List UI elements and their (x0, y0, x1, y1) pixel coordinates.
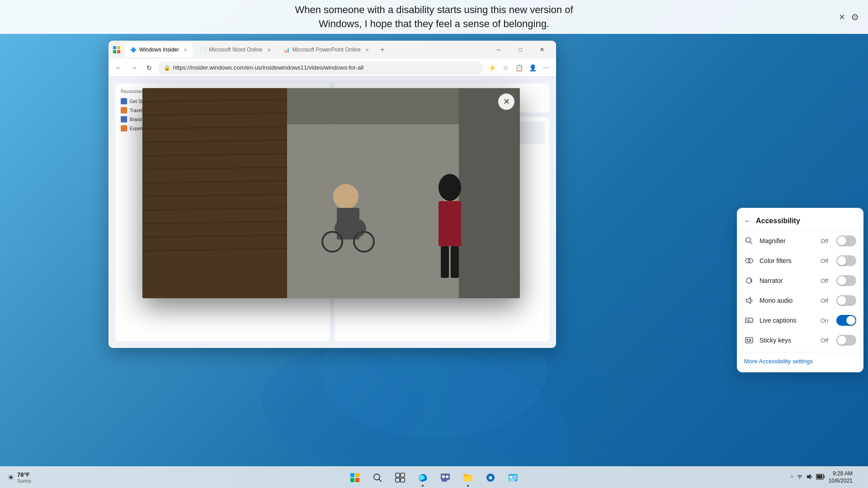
taskbar: ☀ 78°F Sunny (0, 466, 868, 488)
wifi-icon (796, 473, 803, 480)
weather-icon: ☀ (7, 473, 14, 483)
accessibility-panel: ← Accessibility Magnifier Off Color filt… (737, 208, 863, 372)
video-close-button[interactable]: ✕ (498, 94, 514, 110)
magnifier-status: Off (821, 238, 828, 244)
minimize-button[interactable]: ─ (488, 42, 509, 57)
svg-rect-71 (817, 475, 822, 479)
tab-powerpoint-online[interactable]: 📊 Microsoft PowerPoint Online ✕ (278, 42, 374, 57)
new-tab-button[interactable]: + (376, 43, 389, 56)
tab-windows-insider[interactable]: 🔷 Windows Insider ✕ (125, 42, 193, 57)
sticky-keys-status: Off (821, 337, 828, 344)
system-tray: ^ (791, 469, 861, 487)
svg-rect-11 (142, 88, 287, 298)
store-icon (485, 472, 496, 483)
sound-icon[interactable] (806, 473, 813, 482)
start-button[interactable] (345, 468, 365, 488)
close-button[interactable]: ✕ (532, 42, 552, 57)
notification-line1: When someone with a disability starts us… (295, 4, 573, 15)
accessibility-item-color-filters: Color filters Off (737, 251, 863, 271)
win-pane-3 (350, 478, 354, 482)
panel-title: Accessibility (756, 217, 800, 225)
video-player: ✕ (142, 88, 520, 298)
profile-icon[interactable]: 👤 (526, 61, 539, 74)
color-filters-toggle-thumb (837, 256, 846, 265)
tab-close-word-online[interactable]: ✕ (267, 47, 271, 52)
accessibility-item-mono-audio: Mono audio Off (737, 291, 863, 310)
color-filters-status: Off (821, 258, 828, 264)
mono-audio-toggle[interactable] (836, 295, 856, 306)
narrator-icon (744, 276, 754, 286)
magnifier-toggle[interactable] (836, 235, 856, 246)
svg-rect-63 (509, 476, 513, 478)
more-accessibility-settings-link[interactable]: More Accessibility settings (744, 358, 813, 365)
svg-rect-37 (451, 246, 459, 278)
svg-point-59 (442, 475, 445, 478)
battery-icon[interactable] (816, 473, 825, 482)
video-scene (142, 88, 520, 298)
speaker-icon (806, 473, 813, 480)
magnifier-icon (744, 236, 754, 246)
forward-button[interactable]: → (127, 61, 140, 74)
color-filters-label: Color filters (760, 257, 815, 264)
task-view-button[interactable] (390, 468, 410, 488)
search-button[interactable] (368, 468, 387, 488)
tab-close-powerpoint-online[interactable]: ✕ (365, 47, 369, 52)
svg-rect-7 (117, 50, 120, 53)
svg-point-52 (374, 474, 380, 480)
tab-label-powerpoint-online: Microsoft PowerPoint Online (292, 47, 361, 53)
tray-overflow-button[interactable]: ^ (791, 474, 793, 481)
active-indicator (467, 485, 469, 487)
browser-toolbar: ← → ↻ 🔒 https://insider.windows.com/en-u… (108, 59, 556, 77)
svg-rect-45 (745, 318, 753, 323)
address-bar[interactable]: 🔒 https://insider.windows.com/en-us/insi… (158, 61, 483, 74)
notification-settings-icon[interactable]: ⚙ (851, 12, 859, 23)
collections-icon[interactable]: 📋 (513, 61, 525, 74)
favorites-icon[interactable]: ☆ (499, 61, 512, 74)
chat-button[interactable] (435, 468, 455, 488)
live-captions-toggle-thumb (846, 316, 855, 325)
clock-display[interactable]: 9:28 AM 10/6/2021 (829, 470, 853, 484)
sticky-keys-label: Sticky keys (760, 337, 815, 344)
live-captions-label: Live captions (760, 317, 815, 324)
windows-logo (350, 473, 359, 482)
active-indicator (422, 485, 424, 487)
svg-rect-4 (113, 46, 116, 49)
magnifier-label: Magnifier (760, 237, 815, 244)
live-captions-status: On (821, 317, 828, 324)
notification-line2: Windows, I hope that they feel a sense o… (319, 18, 549, 29)
back-button[interactable]: ← (112, 61, 125, 74)
svg-rect-48 (745, 338, 753, 343)
news-icon (508, 472, 519, 483)
show-desktop-button[interactable] (858, 469, 861, 487)
magnifier-toggle-thumb (837, 236, 846, 245)
color-filters-icon (744, 256, 754, 266)
battery-status-icon (816, 473, 825, 480)
tab-close-windows-insider[interactable]: ✕ (184, 47, 187, 52)
color-filters-toggle[interactable] (836, 255, 856, 266)
file-explorer-button[interactable] (458, 468, 478, 488)
notification-close-button[interactable]: ✕ (839, 12, 845, 22)
panel-back-button[interactable]: ← (744, 217, 751, 225)
sticky-keys-icon (744, 335, 754, 345)
panel-footer: More Accessibility settings (737, 352, 863, 367)
sticky-keys-toggle[interactable] (836, 335, 856, 346)
tab-word-online[interactable]: 📄 Microsoft Word Online ✕ (194, 42, 276, 57)
live-captions-toggle[interactable] (836, 315, 856, 326)
weather-widget[interactable]: ☀ 78°F Sunny (7, 471, 31, 483)
menu-icon[interactable]: ⋯ (540, 61, 552, 74)
win-pane-2 (355, 473, 359, 477)
mono-audio-icon (744, 296, 754, 305)
narrator-toggle[interactable] (836, 275, 856, 286)
network-icon[interactable] (796, 473, 803, 482)
svg-line-53 (379, 479, 382, 482)
edge-browser-button[interactable] (413, 468, 433, 488)
toolbar-icons: ⚡ ☆ 📋 👤 ⋯ (486, 61, 552, 74)
svg-point-38 (439, 174, 461, 201)
store-button[interactable] (481, 468, 500, 488)
svg-point-42 (748, 258, 753, 263)
refresh-button[interactable]: ↻ (143, 61, 156, 74)
browser-extensions-icon[interactable]: ⚡ (486, 61, 498, 74)
weather-condition: Sunny (17, 478, 31, 483)
maximize-button[interactable]: □ (510, 42, 531, 57)
news-widget-button[interactable] (503, 468, 523, 488)
